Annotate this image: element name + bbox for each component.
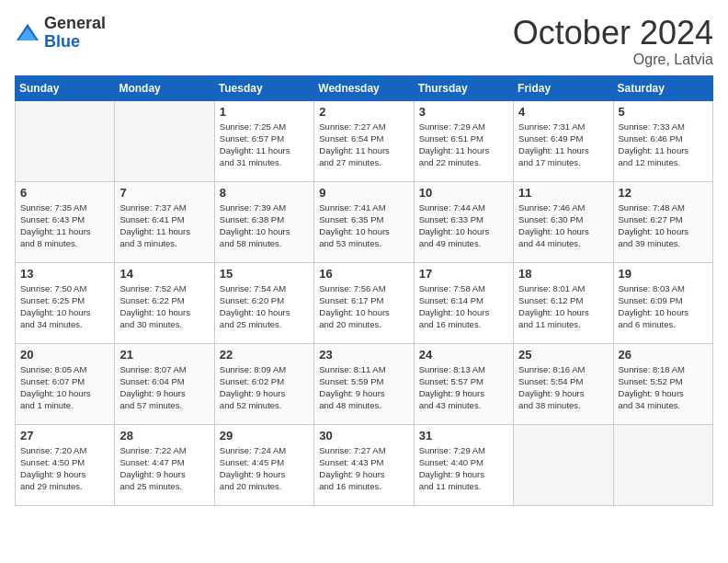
calendar-cell: 3Sunrise: 7:29 AM Sunset: 6:51 PM Daylig… xyxy=(414,100,513,181)
location: Ogre, Latvia xyxy=(513,52,713,68)
day-number: 17 xyxy=(419,267,508,281)
day-info: Sunrise: 8:01 AM Sunset: 6:12 PM Dayligh… xyxy=(518,282,608,331)
day-info: Sunrise: 7:20 AM Sunset: 4:50 PM Dayligh… xyxy=(20,444,109,493)
day-number: 27 xyxy=(20,429,109,442)
day-info: Sunrise: 7:27 AM Sunset: 4:43 PM Dayligh… xyxy=(319,444,408,493)
calendar-cell: 21Sunrise: 8:07 AM Sunset: 6:04 PM Dayli… xyxy=(115,343,214,424)
weekday-header: Monday xyxy=(115,75,214,100)
calendar-cell: 13Sunrise: 7:50 AM Sunset: 6:25 PM Dayli… xyxy=(16,262,115,343)
day-info: Sunrise: 7:27 AM Sunset: 6:54 PM Dayligh… xyxy=(319,121,408,169)
calendar-cell: 20Sunrise: 8:05 AM Sunset: 6:07 PM Dayli… xyxy=(16,343,115,424)
weekday-header: Saturday xyxy=(613,75,712,100)
logo-blue: Blue xyxy=(44,33,106,52)
calendar-cell xyxy=(115,100,214,181)
day-info: Sunrise: 8:11 AM Sunset: 5:59 PM Dayligh… xyxy=(319,363,408,412)
calendar-week-row: 6Sunrise: 7:35 AM Sunset: 6:43 PM Daylig… xyxy=(16,181,713,262)
day-info: Sunrise: 7:48 AM Sunset: 6:27 PM Dayligh… xyxy=(619,201,708,250)
calendar-cell: 9Sunrise: 7:41 AM Sunset: 6:35 PM Daylig… xyxy=(314,181,414,262)
calendar-cell xyxy=(514,424,613,505)
logo: General Blue xyxy=(15,15,106,52)
calendar-cell: 10Sunrise: 7:44 AM Sunset: 6:33 PM Dayli… xyxy=(414,181,513,262)
day-info: Sunrise: 7:22 AM Sunset: 4:47 PM Dayligh… xyxy=(119,444,209,493)
logo-text: General Blue xyxy=(44,15,106,52)
day-number: 13 xyxy=(20,267,109,281)
day-info: Sunrise: 7:50 AM Sunset: 6:25 PM Dayligh… xyxy=(20,282,109,331)
calendar-week-row: 1Sunrise: 7:25 AM Sunset: 6:57 PM Daylig… xyxy=(16,100,713,181)
day-number: 5 xyxy=(619,105,708,119)
day-info: Sunrise: 7:52 AM Sunset: 6:22 PM Dayligh… xyxy=(119,282,209,331)
day-number: 25 xyxy=(518,348,608,362)
day-number: 1 xyxy=(220,105,309,119)
calendar-cell: 15Sunrise: 7:54 AM Sunset: 6:20 PM Dayli… xyxy=(214,262,313,343)
calendar-cell xyxy=(16,100,115,181)
day-number: 2 xyxy=(319,105,408,119)
day-number: 11 xyxy=(518,186,608,200)
weekday-header: Wednesday xyxy=(314,75,414,100)
calendar-cell: 4Sunrise: 7:31 AM Sunset: 6:49 PM Daylig… xyxy=(514,100,613,181)
day-number: 28 xyxy=(119,429,209,442)
weekday-header: Tuesday xyxy=(214,75,313,100)
calendar-cell: 5Sunrise: 7:33 AM Sunset: 6:46 PM Daylig… xyxy=(613,100,712,181)
calendar-cell: 14Sunrise: 7:52 AM Sunset: 6:22 PM Dayli… xyxy=(115,262,214,343)
day-number: 19 xyxy=(619,267,708,281)
day-info: Sunrise: 7:33 AM Sunset: 6:46 PM Dayligh… xyxy=(619,121,708,169)
calendar-cell: 16Sunrise: 7:56 AM Sunset: 6:17 PM Dayli… xyxy=(314,262,414,343)
calendar-cell: 25Sunrise: 8:16 AM Sunset: 5:54 PM Dayli… xyxy=(514,343,613,424)
calendar-cell: 2Sunrise: 7:27 AM Sunset: 6:54 PM Daylig… xyxy=(314,100,414,181)
calendar-cell: 12Sunrise: 7:48 AM Sunset: 6:27 PM Dayli… xyxy=(613,181,712,262)
day-info: Sunrise: 8:13 AM Sunset: 5:57 PM Dayligh… xyxy=(419,363,508,412)
day-number: 29 xyxy=(220,429,309,442)
calendar-cell: 27Sunrise: 7:20 AM Sunset: 4:50 PM Dayli… xyxy=(16,424,115,505)
day-number: 31 xyxy=(419,429,508,442)
day-info: Sunrise: 7:35 AM Sunset: 6:43 PM Dayligh… xyxy=(20,201,109,250)
day-info: Sunrise: 7:39 AM Sunset: 6:38 PM Dayligh… xyxy=(220,201,309,250)
day-info: Sunrise: 7:25 AM Sunset: 6:57 PM Dayligh… xyxy=(220,121,309,169)
calendar-week-row: 13Sunrise: 7:50 AM Sunset: 6:25 PM Dayli… xyxy=(16,262,713,343)
calendar-cell: 7Sunrise: 7:37 AM Sunset: 6:41 PM Daylig… xyxy=(115,181,214,262)
day-info: Sunrise: 8:18 AM Sunset: 5:52 PM Dayligh… xyxy=(619,363,708,412)
day-info: Sunrise: 7:44 AM Sunset: 6:33 PM Dayligh… xyxy=(419,201,508,250)
weekday-header: Sunday xyxy=(16,75,115,100)
day-number: 26 xyxy=(619,348,708,362)
day-number: 21 xyxy=(119,348,209,362)
calendar-week-row: 27Sunrise: 7:20 AM Sunset: 4:50 PM Dayli… xyxy=(16,424,713,505)
logo-general: General xyxy=(44,15,106,33)
day-number: 24 xyxy=(419,348,508,362)
day-info: Sunrise: 8:16 AM Sunset: 5:54 PM Dayligh… xyxy=(518,363,608,412)
calendar-cell: 18Sunrise: 8:01 AM Sunset: 6:12 PM Dayli… xyxy=(514,262,613,343)
day-info: Sunrise: 7:56 AM Sunset: 6:17 PM Dayligh… xyxy=(319,282,408,331)
calendar-table: SundayMondayTuesdayWednesdayThursdayFrid… xyxy=(15,75,713,506)
day-number: 12 xyxy=(619,186,708,200)
calendar-cell: 23Sunrise: 8:11 AM Sunset: 5:59 PM Dayli… xyxy=(314,343,414,424)
calendar-cell xyxy=(613,424,712,505)
day-info: Sunrise: 7:31 AM Sunset: 6:49 PM Dayligh… xyxy=(518,121,608,169)
day-info: Sunrise: 7:29 AM Sunset: 6:51 PM Dayligh… xyxy=(419,121,508,169)
day-number: 20 xyxy=(20,348,109,362)
weekday-header: Thursday xyxy=(414,75,513,100)
calendar-cell: 11Sunrise: 7:46 AM Sunset: 6:30 PM Dayli… xyxy=(514,181,613,262)
page-header: General Blue October 2024 Ogre, Latvia xyxy=(15,15,713,68)
calendar-cell: 30Sunrise: 7:27 AM Sunset: 4:43 PM Dayli… xyxy=(314,424,414,505)
weekday-header-row: SundayMondayTuesdayWednesdayThursdayFrid… xyxy=(16,75,713,100)
calendar-cell: 8Sunrise: 7:39 AM Sunset: 6:38 PM Daylig… xyxy=(214,181,313,262)
day-info: Sunrise: 8:09 AM Sunset: 6:02 PM Dayligh… xyxy=(220,363,309,412)
calendar-cell: 29Sunrise: 7:24 AM Sunset: 4:45 PM Dayli… xyxy=(214,424,313,505)
day-number: 30 xyxy=(319,429,408,442)
calendar-cell: 24Sunrise: 8:13 AM Sunset: 5:57 PM Dayli… xyxy=(414,343,513,424)
day-number: 4 xyxy=(518,105,608,119)
calendar-week-row: 20Sunrise: 8:05 AM Sunset: 6:07 PM Dayli… xyxy=(16,343,713,424)
day-info: Sunrise: 7:24 AM Sunset: 4:45 PM Dayligh… xyxy=(220,444,309,493)
calendar-cell: 26Sunrise: 8:18 AM Sunset: 5:52 PM Dayli… xyxy=(613,343,712,424)
day-info: Sunrise: 8:03 AM Sunset: 6:09 PM Dayligh… xyxy=(619,282,708,331)
calendar-cell: 31Sunrise: 7:29 AM Sunset: 4:40 PM Dayli… xyxy=(414,424,513,505)
day-number: 16 xyxy=(319,267,408,281)
day-number: 9 xyxy=(319,186,408,200)
day-number: 7 xyxy=(119,186,209,200)
day-number: 6 xyxy=(20,186,109,200)
day-info: Sunrise: 7:46 AM Sunset: 6:30 PM Dayligh… xyxy=(518,201,608,250)
day-number: 8 xyxy=(220,186,309,200)
day-number: 14 xyxy=(119,267,209,281)
day-info: Sunrise: 7:41 AM Sunset: 6:35 PM Dayligh… xyxy=(319,201,408,250)
calendar-cell: 22Sunrise: 8:09 AM Sunset: 6:02 PM Dayli… xyxy=(214,343,313,424)
day-info: Sunrise: 8:07 AM Sunset: 6:04 PM Dayligh… xyxy=(119,363,209,412)
